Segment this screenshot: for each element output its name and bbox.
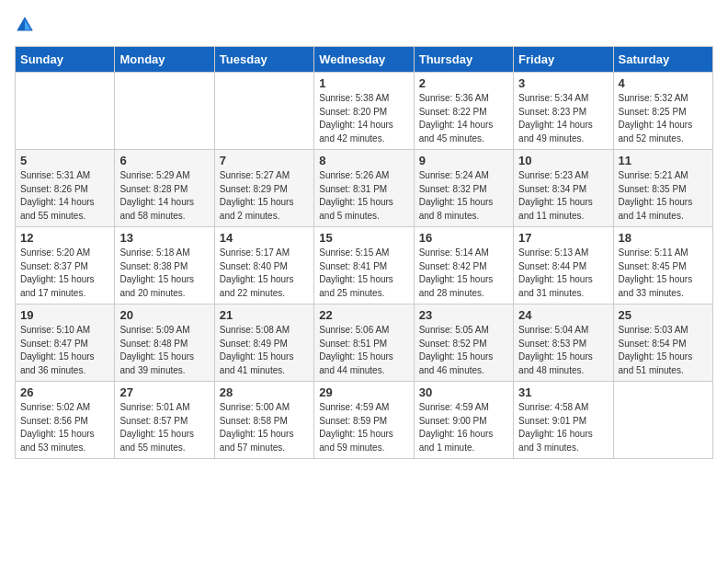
day-number: 30	[419, 385, 508, 399]
cell-info: Sunrise: 5:17 AM Sunset: 8:40 PM Dayligh…	[220, 247, 309, 300]
day-number: 7	[220, 154, 309, 167]
calendar-cell: 30Sunrise: 4:59 AM Sunset: 9:00 PM Dayli…	[414, 382, 513, 459]
cell-info: Sunrise: 5:18 AM Sunset: 8:38 PM Dayligh…	[119, 247, 209, 300]
calendar-cell: 4Sunrise: 5:32 AM Sunset: 8:25 PM Daylig…	[613, 73, 712, 150]
cell-info: Sunrise: 5:27 AM Sunset: 8:29 PM Dayligh…	[220, 169, 309, 223]
calendar-cell: 18Sunrise: 5:11 AM Sunset: 8:45 PM Dayli…	[613, 227, 712, 304]
calendar-cell: 13Sunrise: 5:18 AM Sunset: 8:38 PM Dayli…	[115, 227, 214, 304]
cell-info: Sunrise: 5:23 AM Sunset: 8:34 PM Dayligh…	[518, 169, 608, 223]
day-number: 27	[119, 385, 209, 399]
day-number: 13	[119, 231, 209, 245]
col-header-tuesday: Tuesday	[214, 47, 313, 73]
calendar-cell	[16, 73, 115, 150]
cell-info: Sunrise: 5:05 AM Sunset: 8:52 PM Dayligh…	[419, 324, 508, 377]
calendar-cell: 16Sunrise: 5:14 AM Sunset: 8:42 PM Dayli…	[414, 227, 513, 304]
day-number: 10	[518, 154, 608, 167]
cell-info: Sunrise: 5:00 AM Sunset: 8:58 PM Dayligh…	[220, 401, 309, 454]
day-number: 20	[119, 308, 209, 322]
day-number: 31	[518, 385, 608, 399]
calendar-cell: 19Sunrise: 5:10 AM Sunset: 8:47 PM Dayli…	[16, 304, 115, 382]
day-number: 8	[319, 154, 408, 167]
calendar-cell: 25Sunrise: 5:03 AM Sunset: 8:54 PM Dayli…	[613, 304, 712, 382]
calendar-cell: 15Sunrise: 5:15 AM Sunset: 8:41 PM Dayli…	[314, 227, 414, 304]
day-number: 22	[319, 308, 408, 322]
col-header-sunday: Sunday	[16, 47, 115, 73]
day-number: 21	[220, 308, 309, 322]
day-number: 14	[220, 231, 309, 245]
cell-info: Sunrise: 5:15 AM Sunset: 8:41 PM Dayligh…	[319, 247, 408, 300]
calendar-cell: 26Sunrise: 5:02 AM Sunset: 8:56 PM Dayli…	[16, 382, 115, 459]
day-number: 24	[518, 308, 608, 322]
calendar-cell: 10Sunrise: 5:23 AM Sunset: 8:34 PM Dayli…	[514, 150, 613, 227]
calendar-week-3: 12Sunrise: 5:20 AM Sunset: 8:37 PM Dayli…	[16, 227, 713, 304]
day-number: 2	[419, 76, 508, 90]
cell-info: Sunrise: 5:29 AM Sunset: 8:28 PM Dayligh…	[119, 169, 209, 223]
col-header-thursday: Thursday	[414, 47, 513, 73]
day-number: 9	[419, 154, 508, 167]
calendar-cell: 22Sunrise: 5:06 AM Sunset: 8:51 PM Dayli…	[314, 304, 414, 382]
col-header-monday: Monday	[115, 47, 214, 73]
calendar-cell: 7Sunrise: 5:27 AM Sunset: 8:29 PM Daylig…	[214, 150, 313, 227]
calendar-cell: 2Sunrise: 5:36 AM Sunset: 8:22 PM Daylig…	[414, 73, 513, 150]
cell-info: Sunrise: 5:31 AM Sunset: 8:26 PM Dayligh…	[20, 169, 109, 223]
day-number: 5	[20, 154, 109, 167]
cell-info: Sunrise: 5:13 AM Sunset: 8:44 PM Dayligh…	[518, 247, 608, 300]
day-number: 25	[619, 308, 708, 322]
calendar-cell: 24Sunrise: 5:04 AM Sunset: 8:53 PM Dayli…	[514, 304, 613, 382]
day-number: 11	[619, 154, 708, 167]
calendar-week-4: 19Sunrise: 5:10 AM Sunset: 8:47 PM Dayli…	[16, 304, 713, 382]
cell-info: Sunrise: 5:06 AM Sunset: 8:51 PM Dayligh…	[319, 324, 408, 377]
calendar-table: SundayMondayTuesdayWednesdayThursdayFrid…	[15, 46, 713, 459]
day-number: 3	[518, 76, 608, 90]
cell-info: Sunrise: 5:26 AM Sunset: 8:31 PM Dayligh…	[319, 169, 408, 223]
calendar-week-2: 5Sunrise: 5:31 AM Sunset: 8:26 PM Daylig…	[16, 150, 713, 227]
day-number: 23	[419, 308, 508, 322]
cell-info: Sunrise: 5:11 AM Sunset: 8:45 PM Dayligh…	[619, 247, 708, 300]
calendar-week-1: 1Sunrise: 5:38 AM Sunset: 8:20 PM Daylig…	[16, 73, 713, 150]
calendar-cell: 28Sunrise: 5:00 AM Sunset: 8:58 PM Dayli…	[214, 382, 313, 459]
calendar-cell: 1Sunrise: 5:38 AM Sunset: 8:20 PM Daylig…	[314, 73, 414, 150]
cell-info: Sunrise: 5:20 AM Sunset: 8:37 PM Dayligh…	[20, 247, 109, 300]
cell-info: Sunrise: 5:09 AM Sunset: 8:48 PM Dayligh…	[119, 324, 209, 377]
day-number: 17	[518, 231, 608, 245]
calendar-cell: 8Sunrise: 5:26 AM Sunset: 8:31 PM Daylig…	[314, 150, 414, 227]
cell-info: Sunrise: 5:01 AM Sunset: 8:57 PM Dayligh…	[119, 401, 209, 454]
calendar-cell: 14Sunrise: 5:17 AM Sunset: 8:40 PM Dayli…	[214, 227, 313, 304]
day-number: 15	[319, 231, 408, 245]
day-number: 6	[119, 154, 209, 167]
calendar-cell: 9Sunrise: 5:24 AM Sunset: 8:32 PM Daylig…	[414, 150, 513, 227]
calendar-cell: 5Sunrise: 5:31 AM Sunset: 8:26 PM Daylig…	[16, 150, 115, 227]
calendar-cell: 12Sunrise: 5:20 AM Sunset: 8:37 PM Dayli…	[16, 227, 115, 304]
calendar-cell: 27Sunrise: 5:01 AM Sunset: 8:57 PM Dayli…	[115, 382, 214, 459]
calendar-cell: 3Sunrise: 5:34 AM Sunset: 8:23 PM Daylig…	[514, 73, 613, 150]
calendar-cell: 6Sunrise: 5:29 AM Sunset: 8:28 PM Daylig…	[115, 150, 214, 227]
cell-info: Sunrise: 5:02 AM Sunset: 8:56 PM Dayligh…	[20, 401, 109, 454]
calendar-week-5: 26Sunrise: 5:02 AM Sunset: 8:56 PM Dayli…	[16, 382, 713, 459]
cell-info: Sunrise: 5:34 AM Sunset: 8:23 PM Dayligh…	[518, 92, 608, 145]
cell-info: Sunrise: 4:58 AM Sunset: 9:01 PM Dayligh…	[518, 401, 608, 454]
col-header-wednesday: Wednesday	[314, 47, 414, 73]
page-header	[15, 15, 713, 35]
day-number: 12	[20, 231, 109, 245]
calendar-cell: 31Sunrise: 4:58 AM Sunset: 9:01 PM Dayli…	[514, 382, 613, 459]
calendar-cell: 23Sunrise: 5:05 AM Sunset: 8:52 PM Dayli…	[414, 304, 513, 382]
cell-info: Sunrise: 4:59 AM Sunset: 8:59 PM Dayligh…	[319, 401, 408, 454]
calendar-cell: 21Sunrise: 5:08 AM Sunset: 8:49 PM Dayli…	[214, 304, 313, 382]
logo	[15, 15, 39, 35]
cell-info: Sunrise: 5:36 AM Sunset: 8:22 PM Dayligh…	[419, 92, 508, 145]
cell-info: Sunrise: 5:21 AM Sunset: 8:35 PM Dayligh…	[619, 169, 708, 223]
calendar-cell: 11Sunrise: 5:21 AM Sunset: 8:35 PM Dayli…	[613, 150, 712, 227]
day-number: 18	[619, 231, 708, 245]
day-number: 4	[619, 76, 708, 90]
col-header-saturday: Saturday	[613, 47, 712, 73]
day-number: 1	[319, 76, 408, 90]
logo-icon	[15, 15, 35, 35]
col-header-friday: Friday	[514, 47, 613, 73]
day-number: 19	[20, 308, 109, 322]
calendar-cell	[115, 73, 214, 150]
day-number: 29	[319, 385, 408, 399]
day-number: 16	[419, 231, 508, 245]
calendar-cell: 20Sunrise: 5:09 AM Sunset: 8:48 PM Dayli…	[115, 304, 214, 382]
day-number: 26	[20, 385, 109, 399]
cell-info: Sunrise: 5:38 AM Sunset: 8:20 PM Dayligh…	[319, 92, 408, 145]
